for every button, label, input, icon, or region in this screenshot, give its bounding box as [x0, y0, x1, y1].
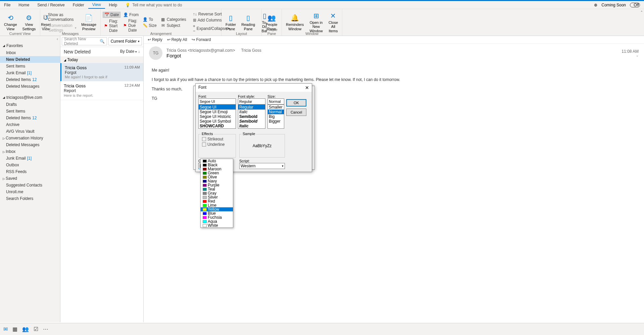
- nav-item[interactable]: Search Folders: [0, 195, 60, 202]
- arrange-flag-start-button[interactable]: ⚑Flag: Start Date: [103, 18, 120, 33]
- tab-send-receive[interactable]: Send / Receive: [33, 1, 68, 9]
- size-option[interactable]: Bigger: [268, 119, 284, 124]
- reply-button[interactable]: ↩Reply: [148, 37, 162, 42]
- account-header[interactable]: ◢triciagoss@live.com: [0, 94, 60, 101]
- nav-item[interactable]: Junk Email[1]: [0, 70, 60, 76]
- color-option[interactable]: Purple: [201, 183, 233, 187]
- nav-item[interactable]: ▷Saved: [0, 175, 60, 182]
- font-option[interactable]: Segoe UI: [199, 105, 236, 110]
- open-new-window-button[interactable]: ⊞Open in NewWindow: [307, 10, 325, 35]
- collapse-nav-button[interactable]: ‹: [0, 36, 60, 42]
- font-listbox[interactable]: Segoe UISegoe UI EmojiSegoe UI HistoricS…: [198, 104, 236, 129]
- arrange-size-button[interactable]: 📏Size: [141, 23, 158, 28]
- size-input[interactable]: [267, 98, 284, 104]
- nav-item[interactable]: Drafts: [0, 101, 60, 108]
- arrange-from-button[interactable]: 👤From: [122, 12, 140, 17]
- nav-item[interactable]: ▷Inbox: [0, 148, 60, 155]
- style-option[interactable]: Regular: [238, 105, 265, 110]
- font-option[interactable]: Segoe UI Emoji: [199, 110, 236, 114]
- style-option[interactable]: Semibold: [238, 114, 265, 119]
- font-option[interactable]: Segoe UI Symbol: [199, 119, 236, 124]
- close-all-button[interactable]: ✕CloseAll Items: [327, 10, 340, 35]
- calendar-icon[interactable]: ▦: [12, 326, 17, 332]
- font-option[interactable]: Segoe UI Historic: [199, 114, 236, 119]
- message-preview-button[interactable]: 📄MessagePreview: [79, 10, 98, 35]
- style-input[interactable]: [238, 98, 265, 104]
- reply-all-button[interactable]: ↩Reply All: [167, 37, 187, 42]
- font-option[interactable]: SHOWCARD GOTHI: [199, 124, 236, 129]
- size-option[interactable]: Smaller: [268, 105, 284, 110]
- change-view-button[interactable]: ⟲ChangeView: [2, 10, 19, 35]
- nav-item[interactable]: Deleted Messages: [0, 83, 60, 90]
- tab-folder[interactable]: Folder: [69, 1, 88, 9]
- size-listbox[interactable]: SmallerNormalBigBigger: [267, 104, 284, 129]
- nav-item[interactable]: Deleted Items12: [0, 76, 60, 83]
- message-row[interactable]: Tricia GossReportHere is the report. 12:…: [60, 81, 143, 100]
- nav-item[interactable]: Sent Items: [0, 108, 60, 115]
- search-scope-dropdown[interactable]: Current Folder ▾: [108, 37, 142, 45]
- tab-file[interactable]: File: [0, 1, 14, 9]
- more-icon[interactable]: ⋯: [43, 326, 48, 332]
- style-listbox[interactable]: RegularItalicSemiboldSemibold ItalicBold: [238, 104, 265, 129]
- coming-soon-toggle[interactable]: Off: [630, 3, 640, 7]
- nav-item[interactable]: New Deleted: [0, 56, 60, 63]
- tab-view[interactable]: View: [88, 1, 105, 9]
- nav-item[interactable]: Archive: [0, 121, 60, 128]
- nav-item[interactable]: Junk Email[1]: [0, 155, 60, 162]
- nav-item[interactable]: Suggested Contacts: [0, 182, 60, 189]
- ok-button[interactable]: OK: [286, 99, 306, 107]
- tab-help[interactable]: Help: [105, 1, 121, 9]
- tasks-icon[interactable]: ☑: [34, 326, 38, 332]
- color-option[interactable]: White: [201, 223, 233, 227]
- collapse-ribbon-button[interactable]: ˄: [639, 9, 644, 36]
- nav-item[interactable]: ▷Conversation History: [0, 135, 60, 141]
- nav-item[interactable]: Sent Items: [0, 63, 60, 70]
- day-separator[interactable]: ◢ Today: [60, 56, 143, 63]
- style-option[interactable]: Semibold Italic: [238, 119, 265, 128]
- cancel-button[interactable]: Cancel: [286, 109, 306, 116]
- message-row[interactable]: Tricia GossForgotMe again! I forgot to a…: [60, 63, 143, 81]
- underline-checkbox[interactable]: Underline: [201, 142, 234, 147]
- expand-header-button[interactable]: ⌄: [622, 54, 639, 57]
- style-option[interactable]: Italic: [238, 110, 265, 114]
- nav-item[interactable]: AVG Virus Vault: [0, 128, 60, 135]
- font-input[interactable]: [198, 98, 236, 104]
- forward-button[interactable]: ↪Forward: [192, 37, 211, 42]
- show-conversations-checkbox[interactable]: Show as Conversations: [42, 12, 78, 22]
- conversation-settings-button[interactable]: ⚙Conversation Settings▾: [42, 23, 78, 33]
- nav-item[interactable]: Inbox: [0, 49, 60, 56]
- reading-pane-button[interactable]: ▯ReadingPane: [239, 10, 257, 35]
- view-settings-button[interactable]: ⚙ViewSettings: [20, 10, 38, 35]
- script-dropdown[interactable]: Western▾: [239, 163, 285, 169]
- nav-item[interactable]: RSS Feeds: [0, 168, 60, 175]
- arrange-categories-button[interactable]: ▦Categories: [159, 17, 188, 22]
- close-button[interactable]: ✕: [305, 85, 309, 90]
- arrange-date-button[interactable]: 📅Date: [103, 12, 120, 18]
- color-option[interactable]: Yellow: [201, 207, 233, 211]
- arrange-subject-button[interactable]: ✉Subject: [159, 23, 188, 28]
- favorites-header[interactable]: ◢Favorites: [0, 42, 60, 49]
- reminders-window-button[interactable]: 🔔RemindersWindow: [284, 10, 306, 35]
- strikeout-checkbox[interactable]: Strikeout: [201, 136, 234, 142]
- tell-me[interactable]: 💡 Tell me what you want to do: [125, 3, 182, 7]
- change-view-icon: ⟲: [6, 14, 14, 22]
- color-option[interactable]: Silver: [201, 195, 233, 199]
- nav-item[interactable]: Deleted Items12: [0, 115, 60, 121]
- arrange-flag-due-button[interactable]: ⚑Flag: Due Date: [122, 18, 140, 33]
- size-option[interactable]: Normal: [268, 110, 284, 114]
- style-option[interactable]: Bold: [238, 128, 265, 129]
- people-icon[interactable]: 👥: [22, 326, 29, 332]
- folder-pane-button[interactable]: ▯FolderPane: [224, 10, 238, 35]
- size-option[interactable]: Big: [268, 114, 284, 119]
- search-input[interactable]: Search New Deleted🔍: [62, 37, 107, 45]
- color-option[interactable]: Teal: [201, 187, 233, 191]
- tab-home[interactable]: Home: [14, 1, 33, 9]
- sort-dropdown[interactable]: By Date ▾ ↓: [120, 49, 140, 54]
- lightbulb-icon: 💡: [125, 3, 130, 7]
- color-option[interactable]: Red: [201, 199, 233, 203]
- arrange-to-button[interactable]: 👤To: [141, 17, 158, 22]
- nav-item[interactable]: Unroll.me: [0, 189, 60, 195]
- nav-item[interactable]: Deleted Messages: [0, 141, 60, 148]
- nav-item[interactable]: Outbox: [0, 162, 60, 168]
- mail-icon[interactable]: ✉: [3, 326, 8, 332]
